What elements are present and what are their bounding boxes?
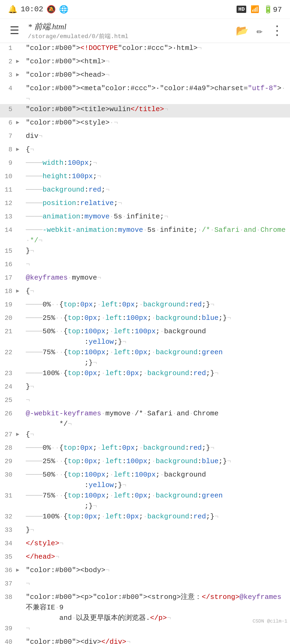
code-line-28[interactable]: 28────0%··{top:0px;·left:0px;·background… <box>0 443 290 456</box>
code-line-38[interactable]: 38"color:#b00"><p>"color:#b00"><strong>注… <box>0 592 290 623</box>
code-line-19[interactable]: 19────0%··{top:0px;·left:0px;·background… <box>0 299 290 313</box>
line-content: ────background:red;¬ <box>24 185 290 195</box>
fold-arrow <box>16 538 24 539</box>
line-content: ¬ <box>24 623 290 634</box>
code-line-30[interactable]: 30────50%··{top:100px;·left:100px;·backg… <box>0 470 290 491</box>
code-line-22[interactable]: 22────75%··{top:100px;·left:0px;·backgro… <box>0 347 290 368</box>
fold-arrow <box>16 273 24 274</box>
fold-arrow[interactable]: ▶ <box>16 70 24 79</box>
line-number: 24 <box>0 382 16 392</box>
code-line-26[interactable]: 26@-webkit-keyframes·mymove·/*·Safari·an… <box>0 408 290 429</box>
code-line-12[interactable]: 12────position:relative;¬ <box>0 198 290 211</box>
fold-arrow[interactable]: ▶ <box>16 565 24 574</box>
line-content: "color:#b00"><!DOCTYPE"color:#ccc">·html… <box>24 43 290 53</box>
more-button[interactable]: ⋮ <box>271 23 284 39</box>
line-number: 18 <box>0 286 16 296</box>
line-content: "color:#b00"><head>¬ <box>24 70 290 80</box>
line-content: ────100%·{top:0px;·left:0px;·background:… <box>24 511 290 522</box>
line-number: 8 <box>0 144 16 155</box>
line-number: 19 <box>0 299 16 310</box>
fold-arrow[interactable]: ▶ <box>16 286 24 295</box>
code-line-32[interactable]: 32────100%·{top:0px;·left:0px;·backgroun… <box>0 511 290 525</box>
edit-button[interactable]: ✏️ <box>256 25 263 37</box>
fold-arrow[interactable]: ▶ <box>16 56 24 65</box>
code-line-7[interactable]: 7div¬ <box>0 131 290 144</box>
code-line-4[interactable]: 4"color:#b00"><meta"color:#ccc">·"color:… <box>0 83 290 104</box>
status-bar: 🔔 10:02 🔕 🌐 HD 📶 🔋97 <box>0 0 290 19</box>
status-right: HD 📶 🔋97 <box>237 5 282 14</box>
code-line-27[interactable]: 27▶{¬ <box>0 429 290 443</box>
code-line-40[interactable]: 40"color:#b00"><div></div>¬ <box>0 637 290 644</box>
fold-arrow <box>16 83 24 84</box>
line-number: 6 <box>0 118 16 128</box>
code-line-15[interactable]: 15}¬ <box>0 246 290 259</box>
fold-arrow[interactable]: ▶ <box>16 144 24 153</box>
line-content: </head>¬ <box>24 552 290 562</box>
line-number: 14 <box>0 225 16 235</box>
code-line-37[interactable]: 37¬ <box>0 579 290 592</box>
code-line-3[interactable]: 3▶"color:#b00"><head>¬ <box>0 70 290 83</box>
fold-arrow[interactable]: ▶ <box>16 429 24 438</box>
code-line-23[interactable]: 23────100%·{top:0px;·left:0px;·backgroun… <box>0 368 290 382</box>
fold-arrow <box>16 368 24 369</box>
line-content: {¬ <box>24 429 290 440</box>
line-number: 13 <box>0 211 16 222</box>
code-line-33[interactable]: 33}¬ <box>0 525 290 538</box>
code-line-8[interactable]: 8▶{¬ <box>0 144 290 158</box>
code-line-9[interactable]: 9────width:100px;¬ <box>0 158 290 171</box>
line-content: "color:#b00"><html>¬ <box>24 56 290 67</box>
line-number: 21 <box>0 326 16 336</box>
code-editor[interactable]: 1"color:#b00"><!DOCTYPE"color:#ccc">·htm… <box>0 43 290 644</box>
code-line-17[interactable]: 17@keyframes·mymove¬ <box>0 273 290 286</box>
line-content: ────25%··{top:0px;·left:100px;·backgroun… <box>24 456 290 467</box>
code-line-39[interactable]: 39¬ <box>0 623 290 637</box>
fold-arrow <box>16 525 24 526</box>
fold-arrow <box>16 211 24 213</box>
folder-button[interactable]: 📂 <box>236 25 248 37</box>
line-content: ────height:100px;¬ <box>24 171 290 182</box>
line-content: ────animation:mymove·5s·infinite;¬ <box>24 211 290 222</box>
line-number: 12 <box>0 198 16 208</box>
fold-arrow <box>16 198 24 199</box>
code-line-6[interactable]: 6▶"color:#b00"><style>·¬ <box>0 118 290 131</box>
code-line-29[interactable]: 29────25%··{top:0px;·left:100px;·backgro… <box>0 456 290 470</box>
fold-arrow <box>16 225 24 226</box>
code-line-34[interactable]: 34</style>¬ <box>0 538 290 552</box>
toolbar: ☰ * 前端.html /storage/emulated/0/前端.html … <box>0 19 290 43</box>
code-line-31[interactable]: 31────75%··{top:100px;·left:0px;·backgro… <box>0 491 290 511</box>
status-extra: 🌐 <box>59 5 68 14</box>
line-content: div¬ <box>24 131 290 141</box>
line-number: 22 <box>0 347 16 357</box>
line-number: 2 <box>0 56 16 67</box>
code-line-20[interactable]: 20────25%··{top:0px;·left:100px;·backgro… <box>0 313 290 326</box>
line-content: ────width:100px;¬ <box>24 158 290 168</box>
code-line-18[interactable]: 18▶{¬ <box>0 286 290 299</box>
line-content: ────position:relative;¬ <box>24 198 290 208</box>
fold-arrow <box>16 579 24 580</box>
line-content: "color:#b00"><meta"color:#ccc">·"color:#… <box>24 83 290 104</box>
code-line-10[interactable]: 10────height:100px;¬ <box>0 171 290 185</box>
line-number: 31 <box>0 491 16 501</box>
line-content: @keyframes·mymove¬ <box>24 273 290 283</box>
code-line-36[interactable]: 36▶"color:#b00"><body>¬ <box>0 565 290 579</box>
code-line-13[interactable]: 13────animation:mymove·5s·infinite;¬ <box>0 211 290 225</box>
fold-arrow <box>16 246 24 247</box>
code-line-2[interactable]: 2▶"color:#b00"><html>¬ <box>0 56 290 70</box>
code-line-14[interactable]: 14────-webkit-animation:mymove·5s·infini… <box>0 225 290 246</box>
fold-arrow <box>16 347 24 348</box>
code-line-5[interactable]: 5"color:#b00"><title>wulin</title>¬ <box>0 104 290 118</box>
fold-arrow <box>16 491 24 492</box>
code-line-24[interactable]: 24}¬ <box>0 382 290 395</box>
code-line-1[interactable]: 1"color:#b00"><!DOCTYPE"color:#ccc">·htm… <box>0 43 290 56</box>
code-line-16[interactable]: 16¬ <box>0 259 290 273</box>
code-line-11[interactable]: 11────background:red;¬ <box>0 185 290 198</box>
code-line-25[interactable]: 25¬ <box>0 395 290 408</box>
fold-arrow[interactable]: ▶ <box>16 118 24 127</box>
line-number: 15 <box>0 246 16 256</box>
fold-arrow <box>16 511 24 513</box>
line-number: 27 <box>0 429 16 440</box>
code-line-21[interactable]: 21────50%··{top:100px;·left:100px;·backg… <box>0 326 290 347</box>
code-line-35[interactable]: 35</head>¬ <box>0 552 290 565</box>
fold-arrow <box>16 171 24 172</box>
menu-button[interactable]: ☰ <box>6 24 23 37</box>
